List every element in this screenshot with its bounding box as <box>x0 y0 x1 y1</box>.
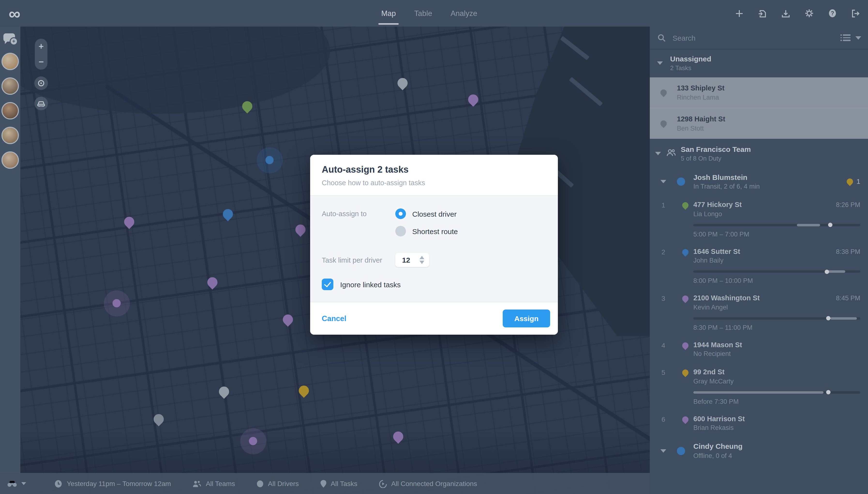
assign-button[interactable]: Assign <box>503 309 550 327</box>
task-limit-label: Task limit per driver <box>322 256 395 264</box>
task-limit-stepper[interactable]: 12 <box>395 253 429 267</box>
modal-subtitle: Choose how to auto-assign tasks <box>322 179 546 187</box>
radio-unselected-icon <box>395 226 406 236</box>
stepper-up-icon[interactable] <box>420 256 424 259</box>
radio-label: Closest driver <box>412 210 457 218</box>
stepper-down-icon[interactable] <box>420 261 424 264</box>
radio-selected-icon <box>395 208 406 219</box>
cancel-button[interactable]: Cancel <box>322 314 347 323</box>
radio-closest-driver[interactable]: Closest driver <box>395 208 458 219</box>
assign-to-label: Auto-assign to <box>322 208 395 243</box>
auto-assign-modal: Auto-assign 2 tasks Choose how to auto-a… <box>310 155 558 335</box>
modal-title: Auto-assign 2 tasks <box>322 165 546 175</box>
checkbox-label: Ignore linked tasks <box>340 280 401 288</box>
onfleet-dashboard: + − ∞ Map Table Analyze <box>0 0 868 494</box>
radio-label: Shortest route <box>412 227 458 235</box>
ignore-linked-tasks-option[interactable]: Ignore linked tasks <box>322 279 546 290</box>
task-limit-value: 12 <box>402 256 413 264</box>
radio-shortest-route[interactable]: Shortest route <box>395 226 458 236</box>
checkbox-checked-icon[interactable] <box>322 279 333 290</box>
